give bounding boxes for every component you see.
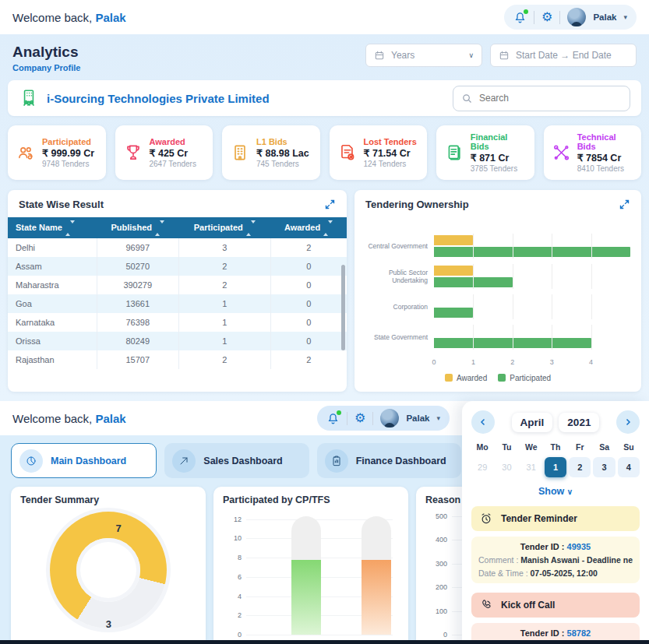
table-row[interactable]: Maharastra39027920 [8,276,347,294]
welcome-message: Welcome back, Palak [12,412,126,425]
dashboard-section: Welcome back, Palak ⚙ Palak ▾ Main Dashb… [0,401,649,644]
search-box[interactable] [453,86,630,111]
reminder-header[interactable]: Kick off Call [471,593,640,618]
table-column-header[interactable]: Awarded [270,217,347,238]
table-cell: 0 [270,294,347,313]
ownership-bars [434,264,630,289]
x-tick-label: 0 [432,358,436,366]
tender-id-link[interactable]: 49935 [567,542,591,551]
stat-card-lost-tenders[interactable]: Lost Tenders₹ 71.54 Cr124 Tenders [330,125,428,180]
search-input[interactable] [479,93,622,104]
breadcrumb[interactable]: Company Profile [12,63,80,72]
user-avatar[interactable] [380,409,399,428]
calendar-day-3[interactable]: 3 [593,457,615,477]
settings-button[interactable]: ⚙ [354,412,365,424]
stat-card-participated[interactable]: Participated₹ 999.99 Cr9748 Tenders [8,125,106,180]
chevron-down-icon: ∨ [567,487,573,496]
stat-card-l1-bids[interactable]: L1 Bids₹ 88.98 Lac745 Tenders [222,125,320,180]
notifications-button[interactable] [326,412,340,425]
ownership-category-row: Corporation [359,294,630,319]
ownership-category-row: Public Sector Undertaking [359,264,630,289]
table-cell: 0 [270,313,347,332]
calendar-day-1[interactable]: 1 [545,457,566,477]
calendar-day-4[interactable]: 4 [618,457,640,477]
calendar-reminders-panel: April 2021 MoTuWeThFrSaSu 2930311234 Sho… [462,401,649,644]
users-icon [16,143,36,163]
building-icon [230,143,250,163]
company-name-link[interactable]: i-Sourcing Technologies Private Limited [47,92,270,105]
table-column-header[interactable]: State Name [8,217,97,238]
weekday-label: Mo [471,442,493,452]
table-cell: 15707 [97,350,178,369]
table-column-header[interactable]: Participated [178,217,270,238]
tender-summary-donut [50,512,167,628]
pie-chart-icon [19,449,43,473]
date-range-field[interactable]: Start Date → End Date [490,44,637,67]
stat-card-financial-bids[interactable]: Financial Bids₹ 871 Cr3785 Tenders [436,125,534,180]
table-scrollbar[interactable] [341,265,345,350]
ownership-category-label: State Government [359,333,434,341]
notifications-button[interactable] [513,11,527,24]
table-row[interactable]: Goa1366110 [8,294,347,313]
sort-icon[interactable] [323,223,333,233]
years-select[interactable]: Years ∨ [365,44,482,67]
calendar-day-2[interactable]: 2 [569,457,591,477]
chevron-down-icon[interactable]: ▾ [436,414,440,422]
table-cell: 2 [178,276,270,294]
chevron-down-icon[interactable]: ▾ [623,13,627,21]
expand-icon[interactable] [324,199,336,210]
chevron-down-icon: ∨ [468,51,474,59]
y-tick-label: 500 [436,512,447,520]
trend-up-icon [172,449,196,473]
table-cell: Assam [8,257,97,276]
settings-button[interactable]: ⚙ [541,11,552,23]
table-row[interactable]: Delhi9699732 [8,238,347,257]
table-title: State Wise Result [19,199,104,210]
table-cell: Goa [8,294,97,313]
reminder-title: Tender Reminder [501,513,577,524]
calendar-day-31[interactable]: 31 [520,457,542,477]
calendar-show-toggle[interactable]: Show ∨ [471,486,640,497]
gridline [513,325,513,350]
gridline [591,325,592,350]
stat-card-technical-bids[interactable]: Technical Bids₹ 7854 Cr8410 Tenders [544,125,642,180]
gridline [473,325,474,350]
welcome-message: Welcome back, Palak [12,11,126,24]
tab-sales-dashboard[interactable]: Sales Dashboard [164,443,309,478]
tab-main-dashboard[interactable]: Main Dashboard [11,443,157,478]
calendar-year[interactable]: 2021 [559,413,599,432]
tab-finance-dashboard[interactable]: Finance Dashboard [317,443,461,478]
notification-dot [524,9,528,14]
tender-id-link[interactable]: 58782 [567,628,591,638]
bar-participated [434,247,630,257]
gridline [246,635,393,635]
years-placeholder: Years [391,50,414,61]
user-avatar[interactable] [567,8,586,26]
sort-icon[interactable] [246,223,256,233]
calendar-month[interactable]: April [512,413,553,432]
cp-tfs-bar-chart: 121086420 [246,516,393,635]
calendar-day-30[interactable]: 30 [496,457,517,477]
table-row[interactable]: Orissa8024910 [8,332,347,350]
calendar-dates: 2930311234 [471,457,640,477]
sort-icon[interactable] [155,223,164,233]
reminder-header[interactable]: Tender Reminder [471,506,640,531]
y-tick-label: 10 [234,534,242,542]
calendar-prev-button[interactable] [471,410,495,434]
sort-icon[interactable] [65,223,75,233]
calendar-next-button[interactable] [616,410,640,434]
stat-card-awarded[interactable]: Awarded₹ 425 Cr2647 Tenders [115,125,213,180]
gridline [473,264,474,289]
bar-tsf [291,560,321,635]
table-row[interactable]: Karnataka7639810 [8,313,347,332]
company-building-icon [19,88,39,108]
expand-icon[interactable] [619,199,630,210]
table-cell: 3 [178,238,270,257]
weekday-label: We [520,442,542,452]
calendar-day-29[interactable]: 29 [471,457,493,477]
table-column-header[interactable]: Published [97,217,178,238]
table-row[interactable]: Rajasthan1570722 [8,350,347,369]
tab-label: Finance Dashboard [356,456,446,466]
table-row[interactable]: Assam5027020 [8,257,347,276]
document-icon [444,143,464,163]
